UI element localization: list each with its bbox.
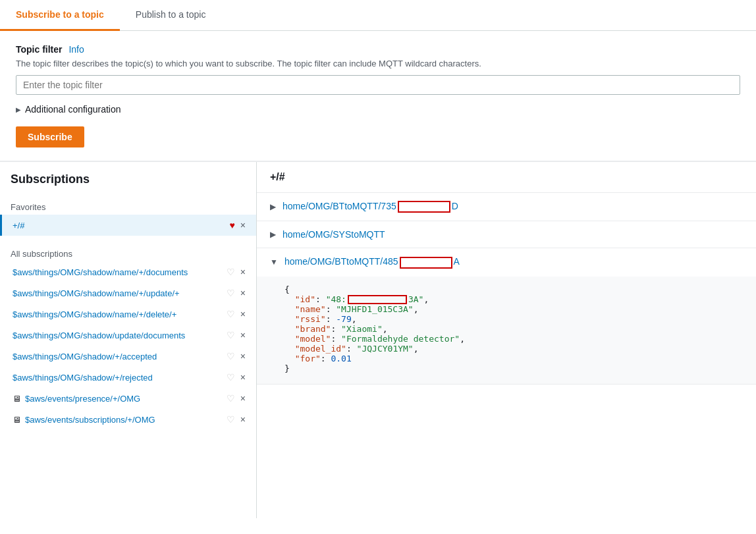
subscriptions-title: Subscriptions [0,173,256,197]
favorite-icon[interactable]: ♡ [227,351,235,361]
subscription-text: $aws/things/OMG/shadow/name/+/update/+ [13,288,227,298]
message-header-3[interactable]: ▼ home/OMG/BTtoMQTT/485A [257,248,756,276]
expand-icon: ▶ [270,230,276,239]
message-panel: +/# ▶ home/OMG/BTtoMQTT/735D ▶ home/OMG/… [257,162,756,518]
remove-icon[interactable]: × [240,351,246,361]
field-info-link[interactable]: Info [68,44,84,55]
message-topic: home/OMG/BTtoMQTT/485A [284,256,460,268]
topic-filter-input[interactable] [16,75,740,95]
expand-icon: ▶ [270,202,276,211]
item-actions: ♡ × [227,351,246,361]
subscription-item-s5[interactable]: $aws/things/OMG/shadow/+/accepted ♡ × [0,346,256,367]
additional-config-toggle[interactable]: ▶ Additional configuration [16,104,740,115]
field-description: The topic filter describes the topic(s) … [16,59,740,68]
favorite-icon[interactable]: ♡ [227,414,235,425]
favorite-icon[interactable]: ♥ [230,220,235,230]
redacted-2 [400,257,452,269]
subscription-item-s8[interactable]: 🖥 $aws/events/subscriptions/+/OMG ♡ × [0,409,256,430]
subscription-text: +/# [13,221,230,230]
subscription-item-s1[interactable]: $aws/things/OMG/shadow/name/+/documents … [0,261,256,282]
message-topic: home/OMG/BTtoMQTT/735D [283,201,458,213]
tab-subscribe[interactable]: Subscribe to a topic [0,0,120,31]
main-content: Subscriptions Favorites +/# ♥ × All subs… [0,162,756,518]
favorite-icon[interactable]: ♡ [227,309,235,319]
item-actions: ♡ × [227,288,246,298]
item-actions: ♥ × [230,220,246,230]
item-actions: ♡ × [227,372,246,383]
message-header-1[interactable]: ▶ home/OMG/BTtoMQTT/735D [257,193,756,221]
additional-config-label: Additional configuration [25,104,121,115]
subscription-text: $aws/events/presence/+/OMG [25,394,227,404]
redacted-1 [398,201,450,213]
message-item-1: ▶ home/OMG/BTtoMQTT/735D [257,193,756,221]
remove-icon[interactable]: × [240,372,246,383]
remove-icon[interactable]: × [240,220,246,230]
remove-icon[interactable]: × [240,288,246,298]
message-body-3: { "id": "48:3A", "name": "MJHFD1_015C3A"… [257,277,756,385]
remove-icon[interactable]: × [240,309,246,319]
favorite-icon[interactable]: ♡ [227,372,235,383]
subscription-item-s6[interactable]: $aws/things/OMG/shadow/+/rejected ♡ × [0,367,256,388]
subscription-item-s4[interactable]: $aws/things/OMG/shadow/update/documents … [0,325,256,346]
subscription-text: $aws/things/OMG/shadow/name/+/delete/+ [13,309,227,319]
item-actions: ♡ × [227,267,246,277]
subscribe-section: Topic filter Info The topic filter descr… [0,31,756,162]
subscription-text: $aws/things/OMG/shadow/+/accepted [13,352,227,361]
subscription-text: $aws/events/subscriptions/+/OMG [25,415,227,425]
favorite-icon[interactable]: ♡ [227,330,235,340]
field-label: Topic filter [16,44,63,55]
subscription-item-s3[interactable]: $aws/things/OMG/shadow/name/+/delete/+ ♡… [0,304,256,325]
subscription-item-s2[interactable]: $aws/things/OMG/shadow/name/+/update/+ ♡… [0,282,256,304]
subscription-item-s7[interactable]: 🖥 $aws/events/presence/+/OMG ♡ × [0,388,256,409]
tab-bar: Subscribe to a topic Publish to a topic [0,0,756,31]
remove-icon[interactable]: × [240,414,246,425]
message-item-3: ▼ home/OMG/BTtoMQTT/485A { "id": "48:3A"… [257,248,756,385]
all-subscriptions-label: All subscriptions [0,244,256,261]
subscriptions-sidebar: Subscriptions Favorites +/# ♥ × All subs… [0,162,257,518]
remove-icon[interactable]: × [240,267,246,277]
item-actions: ♡ × [227,330,246,340]
remove-icon[interactable]: × [240,330,246,340]
panel-topic-header: +/# [257,162,756,193]
subscription-text: $aws/things/OMG/shadow/name/+/documents [13,267,227,277]
favorite-icon[interactable]: ♡ [227,288,235,298]
subscription-text: $aws/things/OMG/shadow/update/documents [13,331,227,340]
triangle-icon: ▶ [16,106,21,113]
subscription-item-fav1[interactable]: +/# ♥ × [0,215,256,236]
expand-icon: ▼ [270,257,278,267]
item-actions: ♡ × [227,414,246,425]
subscribe-button[interactable]: Subscribe [16,126,84,147]
message-topic: home/OMG/SYStoMQTT [283,229,385,240]
redacted-3 [348,295,407,304]
message-header-2[interactable]: ▶ home/OMG/SYStoMQTT [257,221,756,248]
item-actions: ♡ × [227,309,246,319]
favorite-icon[interactable]: ♡ [227,393,235,404]
tab-publish[interactable]: Publish to a topic [120,0,222,31]
favorite-icon[interactable]: ♡ [227,267,235,277]
remove-icon[interactable]: × [240,393,246,404]
subscription-text: $aws/things/OMG/shadow/+/rejected [13,373,227,383]
favorites-label: Favorites [0,197,256,215]
message-item-2: ▶ home/OMG/SYStoMQTT [257,221,756,248]
item-actions: ♡ × [227,393,246,404]
